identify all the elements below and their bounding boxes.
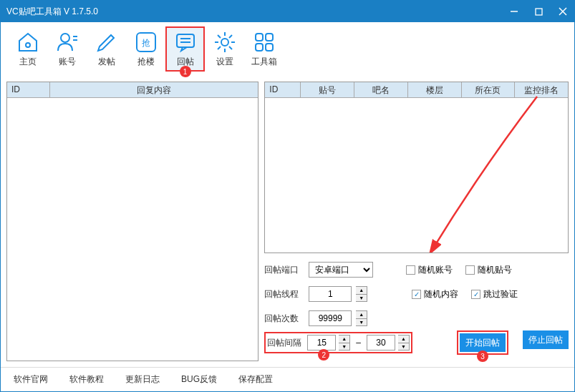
svg-line-21 <box>218 46 221 49</box>
svg-rect-1 <box>536 9 542 15</box>
col-tiehao[interactable]: 贴号 <box>301 82 354 97</box>
checkbox-icon: ✓ <box>471 290 480 299</box>
svg-point-13 <box>221 39 228 46</box>
post-icon <box>95 30 119 54</box>
port-select[interactable]: 安卓端口 <box>309 262 373 278</box>
port-label: 回帖端口 <box>264 264 304 276</box>
col-baming[interactable]: 吧名 <box>354 82 408 97</box>
stop-button[interactable]: 停止回帖 <box>523 330 569 349</box>
reply-icon <box>173 30 198 54</box>
svg-rect-24 <box>256 44 263 51</box>
settings-icon <box>213 30 237 54</box>
tool-label: 账号 <box>59 56 76 68</box>
monitor-table: ID 贴号 吧名 楼层 所在页 监控排名 <box>264 82 569 253</box>
interval-redbox: 回帖间隔 ▲▼ – ▲▼ 2 <box>264 332 412 353</box>
table-header: ID 贴号 吧名 楼层 所在页 监控排名 <box>265 82 568 98</box>
count-row: 回帖次数 ▲▼ <box>264 309 569 328</box>
random-account-check[interactable]: 随机账号 <box>406 264 453 276</box>
step-badge-2: 2 <box>318 349 329 361</box>
col-rank[interactable]: 监控排名 <box>515 82 568 97</box>
interval-max-spinner[interactable]: ▲▼ <box>398 335 410 351</box>
interval-label: 回帖间隔 <box>267 337 304 349</box>
footer-tutorial[interactable]: 软件教程 <box>69 373 104 386</box>
footer-save[interactable]: 保存配置 <box>238 373 273 386</box>
footer-website[interactable]: 软件官网 <box>14 373 48 386</box>
tool-reply[interactable]: 回帖 1 <box>165 26 205 72</box>
tool-label: 抢楼 <box>137 56 155 68</box>
spin-down-icon[interactable]: ▼ <box>339 343 349 351</box>
step-badge-1: 1 <box>180 66 191 77</box>
step-badge-3: 3 <box>477 351 488 362</box>
count-input[interactable] <box>309 310 352 326</box>
interval-separator: – <box>353 338 364 348</box>
tool-account[interactable]: 账号 <box>47 26 87 72</box>
svg-rect-22 <box>256 34 263 41</box>
svg-line-19 <box>229 46 232 49</box>
account-icon <box>55 30 79 54</box>
tool-label: 设置 <box>216 56 233 68</box>
random-post-check[interactable]: 随机贴号 <box>465 264 512 276</box>
col-id[interactable]: ID <box>7 82 50 97</box>
footer: 软件官网 软件教程 更新日志 BUG反馈 保存配置 <box>1 367 574 391</box>
check-group-2: ✓随机内容 ✓跳过验证 <box>412 288 518 300</box>
reply-content-table: ID 回复内容 <box>6 82 258 361</box>
footer-changelog[interactable]: 更新日志 <box>125 373 160 386</box>
tool-toolbox[interactable]: 工具箱 <box>244 26 284 72</box>
col-page[interactable]: 所在页 <box>462 82 516 97</box>
maximize-button[interactable] <box>533 6 544 17</box>
table-header: ID 回复内容 <box>7 82 258 98</box>
spin-up-icon[interactable]: ▲ <box>356 311 367 319</box>
interval-row: 回帖间隔 ▲▼ – ▲▼ 2 开始回帖 3 停止回帖 <box>264 333 569 352</box>
tool-post[interactable]: 发帖 <box>87 26 126 72</box>
close-button[interactable] <box>557 6 569 17</box>
checkbox-icon <box>465 265 475 275</box>
spin-up-icon[interactable]: ▲ <box>398 335 409 343</box>
interval-min-spinner[interactable]: ▲▼ <box>339 335 350 351</box>
thread-spinner[interactable]: ▲▼ <box>356 286 367 302</box>
annotation-arrow <box>408 86 551 253</box>
grab-icon: 抢 <box>134 30 158 54</box>
app-window: VC贴吧工具箱 V 1.7.5.0 主页 账号 <box>0 0 575 392</box>
thread-row: 回帖线程 ▲▼ ✓随机内容 ✓跳过验证 <box>264 285 569 303</box>
port-row: 回帖端口 安卓端口 随机账号 随机贴号 <box>264 260 569 279</box>
controls: 回帖端口 安卓端口 随机账号 随机贴号 回帖线程 ▲▼ ✓随机内容 ✓跳过验证 <box>264 258 569 355</box>
content-area: ID 回复内容 ID 贴号 吧名 楼层 所在页 监控排名 <box>1 76 574 367</box>
tool-home[interactable]: 主页 <box>8 26 47 72</box>
minimize-button[interactable] <box>508 6 520 17</box>
start-redbox: 开始回帖 3 <box>457 330 508 355</box>
toolbox-icon <box>252 30 276 54</box>
spin-up-icon[interactable]: ▲ <box>356 287 367 295</box>
svg-line-18 <box>218 35 221 38</box>
tool-label: 发帖 <box>98 56 115 68</box>
tool-grab[interactable]: 抢 抢楼 <box>126 26 165 72</box>
tool-label: 工具箱 <box>251 56 277 68</box>
checkbox-icon <box>406 265 415 275</box>
minimize-icon <box>510 7 518 16</box>
spin-up-icon[interactable]: ▲ <box>339 335 349 343</box>
col-id[interactable]: ID <box>265 82 301 97</box>
col-floor[interactable]: 楼层 <box>408 82 462 97</box>
close-icon <box>559 7 567 16</box>
col-reply-content[interactable]: 回复内容 <box>50 82 258 97</box>
checkbox-icon: ✓ <box>412 290 421 299</box>
maximize-icon <box>535 8 543 16</box>
spin-down-icon[interactable]: ▼ <box>356 295 367 302</box>
spin-down-icon[interactable]: ▼ <box>398 343 409 351</box>
interval-min-input[interactable] <box>307 335 336 351</box>
tool-settings[interactable]: 设置 <box>205 26 244 72</box>
skip-verify-check[interactable]: ✓跳过验证 <box>471 288 518 300</box>
tool-label: 主页 <box>19 56 37 68</box>
count-spinner[interactable]: ▲▼ <box>356 310 367 326</box>
svg-text:抢: 抢 <box>142 38 150 48</box>
svg-point-5 <box>61 34 69 42</box>
check-group-1: 随机账号 随机贴号 <box>406 264 512 276</box>
thread-input[interactable] <box>309 286 352 302</box>
svg-rect-25 <box>266 44 273 51</box>
home-icon <box>16 30 40 54</box>
interval-max-input[interactable] <box>367 335 395 351</box>
footer-bug[interactable]: BUG反馈 <box>181 373 217 386</box>
random-content-check[interactable]: ✓随机内容 <box>412 288 458 300</box>
spin-down-icon[interactable]: ▼ <box>356 319 367 326</box>
titlebar: VC贴吧工具箱 V 1.7.5.0 <box>1 1 574 22</box>
start-button[interactable]: 开始回帖 <box>460 333 506 352</box>
